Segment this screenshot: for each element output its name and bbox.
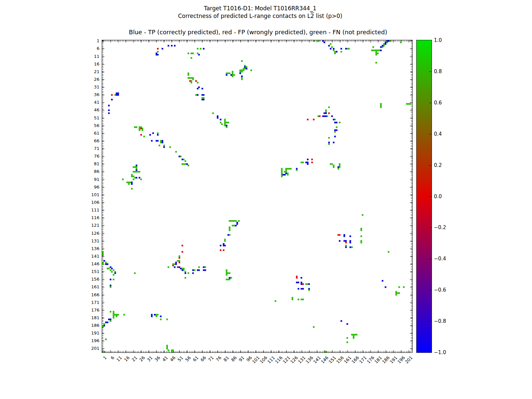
x-major-tick — [179, 40, 180, 43]
contact-cell-fp — [319, 115, 321, 117]
contact-cell-fn — [346, 337, 348, 339]
y-axis-tick-label: 176 — [77, 308, 99, 313]
contact-cell-tp — [340, 48, 342, 50]
x-major-tick — [210, 350, 210, 352]
x-major-tick — [340, 350, 340, 352]
x-major-tick — [133, 350, 134, 352]
x-major-tick — [256, 40, 256, 43]
y-major-tick — [410, 187, 412, 188]
contact-cell-fn — [192, 78, 194, 80]
x-major-tick — [141, 350, 141, 352]
contact-cell-fn — [212, 112, 214, 114]
y-axis-tick-label: 166 — [77, 292, 99, 297]
contact-cell-tp — [307, 163, 309, 165]
contact-cell-tp — [380, 46, 382, 48]
y-major-tick — [410, 333, 412, 333]
contact-cell-fn — [382, 46, 383, 48]
figure-subtitle: Correctness of predicted L-range contact… — [0, 12, 520, 20]
contact-cell-tp — [226, 74, 227, 76]
colorbar-tick-label: −0.6 — [434, 287, 446, 293]
contact-cell-fn — [360, 242, 362, 243]
colorbar-tick — [429, 165, 431, 166]
colorbar-tick — [429, 134, 431, 134]
contact-cell-tp — [197, 88, 199, 89]
contact-cell-tp — [192, 272, 194, 274]
contact-cell-tp — [388, 40, 389, 42]
colorbar-tick — [429, 321, 431, 322]
x-axis-tick-label: 156 — [335, 355, 344, 364]
contact-cell-tp — [220, 245, 221, 246]
y-major-tick — [102, 79, 104, 80]
y-major-tick — [410, 326, 412, 326]
contact-cell-tp — [114, 272, 116, 274]
contact-cell-fn — [232, 75, 233, 77]
contact-cell-tp — [182, 269, 183, 271]
contact-cell-tp — [152, 132, 154, 134]
contact-cell-fp — [172, 265, 174, 266]
x-major-tick — [103, 40, 103, 43]
y-major-tick — [410, 225, 412, 226]
contact-cell-fn — [169, 146, 171, 148]
x-major-tick — [347, 350, 348, 352]
y-major-tick — [102, 310, 104, 311]
x-major-tick — [294, 350, 294, 352]
contact-cell-fn — [372, 46, 374, 48]
y-major-tick — [102, 249, 104, 249]
x-major-tick — [386, 350, 386, 352]
contact-cell-fn — [142, 129, 143, 131]
contact-cell-tp — [203, 94, 204, 96]
contact-cell-fn — [191, 57, 192, 59]
y-axis-tick-label: 1 — [77, 38, 99, 43]
x-major-tick — [370, 350, 371, 352]
y-axis-tick-label: 106 — [77, 200, 99, 205]
contact-cell-fn — [334, 119, 336, 120]
contact-cell-tp — [103, 325, 105, 327]
contact-cell-tp — [110, 279, 111, 280]
x-axis-tick-label: 31 — [146, 355, 153, 362]
contact-cell-tp — [301, 277, 302, 279]
x-major-tick — [271, 40, 271, 43]
y-axis-tick-label: 11 — [77, 54, 99, 59]
y-major-tick — [410, 218, 412, 218]
contact-cell-fn — [241, 60, 243, 62]
contact-cell-tp — [239, 72, 241, 74]
contact-cell-fn — [102, 263, 104, 265]
contact-cell-fn — [194, 269, 196, 271]
y-major-tick — [410, 141, 412, 141]
contact-cell-tp — [162, 142, 163, 143]
x-major-tick — [332, 350, 332, 352]
x-major-tick — [263, 350, 264, 352]
x-axis-tick-label: 196 — [396, 355, 406, 364]
contact-cell-fn — [398, 292, 400, 294]
x-major-tick — [363, 40, 363, 43]
x-major-tick — [294, 40, 294, 43]
contact-cell-fn — [241, 78, 243, 80]
y-major-tick — [102, 95, 104, 95]
x-major-tick — [378, 40, 378, 43]
x-axis-tick-label: 191 — [389, 355, 398, 364]
x-major-tick — [370, 40, 371, 43]
x-major-tick — [126, 40, 126, 43]
x-major-tick — [317, 40, 317, 43]
contact-cell-tp — [163, 146, 165, 148]
y-axis-tick-label: 116 — [77, 215, 99, 220]
contact-cell-tp — [139, 177, 140, 179]
contact-cell-fn — [285, 169, 287, 171]
x-major-tick — [401, 350, 401, 352]
y-major-tick — [102, 110, 104, 110]
contact-cell-fn — [113, 279, 114, 280]
x-axis-tick-label: 71 — [207, 355, 214, 362]
contact-cell-tp — [108, 105, 110, 106]
contact-cell-fn — [200, 48, 201, 50]
contact-cell-tp — [117, 94, 119, 96]
contact-cell-fn — [233, 74, 235, 76]
contact-cell-fn — [197, 48, 199, 50]
contact-cell-tp — [308, 288, 310, 290]
color-legend-text: Blue - TP (correctly predicted), red - F… — [0, 29, 516, 36]
contact-cell-tp — [331, 115, 333, 117]
y-major-tick — [410, 172, 412, 172]
y-axis-tick-label: 111 — [77, 207, 99, 212]
y-axis-tick-label: 196 — [77, 338, 99, 343]
contact-cell-tp — [198, 86, 200, 88]
contact-cell-tp — [349, 246, 351, 248]
